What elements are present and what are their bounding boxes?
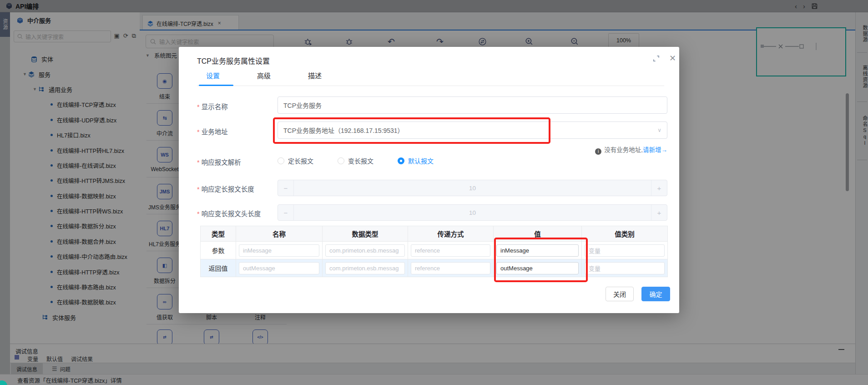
field-label-parse-mode: *响应报文解析 — [197, 157, 241, 167]
dialog-tab-description[interactable]: 描述 — [308, 71, 322, 80]
col-header-pass-mode: 传递方式 — [408, 226, 494, 242]
required-asterisk: * — [197, 210, 200, 218]
radio-icon — [278, 157, 284, 164]
address-hint: i没有业务地址,请新增→ — [278, 145, 667, 155]
field-label-var-head-length: *响应变长报文头长度 — [197, 208, 261, 218]
fixed-length-value[interactable]: 10 — [293, 180, 651, 196]
required-asterisk: * — [197, 159, 200, 166]
var-head-length-stepper: − 10 + — [278, 204, 667, 221]
close-icon[interactable]: ✕ — [669, 53, 676, 63]
tcp-service-properties-dialog: TCP业务服务属性设置 ✕ 设置 高级 描述 *显示名称 TCP业务服务 *业务… — [179, 47, 679, 313]
hint-text: 没有业务地址, — [604, 147, 643, 153]
display-name-input[interactable]: TCP业务服务 — [278, 96, 667, 114]
decrement-icon[interactable]: − — [278, 180, 293, 196]
annotation-box-value-column — [494, 238, 588, 282]
radio-default-message[interactable]: 默认报文 — [398, 156, 434, 165]
fixed-length-stepper: − 10 + — [278, 180, 667, 196]
annotation-box-service-address — [273, 117, 550, 144]
col-header-type: 类型 — [201, 226, 236, 242]
datatype-input[interactable]: com.primeton.esb.messag — [325, 244, 405, 257]
active-tab-underline — [199, 85, 233, 86]
field-label-service-address: *业务地址 — [197, 127, 228, 136]
name-input[interactable]: outMessage — [239, 262, 319, 274]
name-input[interactable]: inMessage — [239, 244, 319, 257]
display-name-value: TCP业务服务 — [283, 101, 322, 110]
datatype-input[interactable]: com.primeton.esb.messag — [325, 262, 405, 274]
var-head-length-value[interactable]: 10 — [293, 205, 651, 220]
col-header-datatype: 数据类型 — [323, 226, 408, 242]
col-header-name: 名称 — [236, 226, 323, 242]
field-label-display-name: *显示名称 — [197, 101, 228, 111]
info-icon: i — [595, 148, 601, 155]
pass-mode-input[interactable]: reference — [411, 244, 490, 257]
col-header-value-kind: 值类别 — [582, 226, 668, 242]
value-kind-input[interactable]: 变量 — [585, 262, 665, 274]
dialog-tab-settings[interactable]: 设置 — [206, 71, 220, 80]
parameters-table: 类型 名称 数据类型 传递方式 值 值类别 参数 inMessage com.p… — [200, 226, 668, 277]
required-asterisk: * — [197, 186, 200, 193]
confirm-button[interactable]: 确定 — [641, 287, 670, 301]
tab-track — [197, 86, 664, 86]
required-asterisk: * — [197, 103, 200, 111]
cell-type: 返回值 — [201, 259, 236, 277]
table-row: 返回值 outMessage com.primeton.esb.messag r… — [201, 259, 668, 277]
table-row: 参数 inMessage com.primeton.esb.messag ref… — [201, 242, 668, 259]
app-window: API编排 ‹ › 资源 数据源 离线资源 命名Sql 中介服务 — [0, 0, 868, 385]
chevron-down-icon: ∨ — [657, 127, 661, 133]
add-address-link[interactable]: 请新增→ — [643, 147, 667, 153]
fullscreen-icon[interactable] — [653, 55, 660, 64]
close-button[interactable]: 关闭 — [606, 287, 634, 301]
dialog-title: TCP业务服务属性设置 — [197, 55, 270, 66]
value-kind-input[interactable]: 变量 — [585, 244, 665, 257]
field-label-fixed-length: *响应定长报文长度 — [197, 184, 254, 193]
radio-variable-length[interactable]: 变长报文 — [338, 156, 373, 165]
increment-icon[interactable]: + — [651, 205, 667, 220]
decrement-icon[interactable]: − — [278, 205, 293, 220]
dialog-tab-advanced[interactable]: 高级 — [257, 71, 271, 80]
table-header-row: 类型 名称 数据类型 传递方式 值 值类别 — [201, 226, 668, 242]
required-asterisk: * — [197, 128, 200, 136]
pass-mode-input[interactable]: reference — [411, 262, 490, 274]
radio-selected-icon — [398, 157, 404, 164]
radio-fixed-length[interactable]: 定长报文 — [278, 156, 313, 165]
radio-icon — [338, 157, 344, 164]
cell-type: 参数 — [201, 242, 236, 259]
increment-icon[interactable]: + — [651, 180, 667, 196]
